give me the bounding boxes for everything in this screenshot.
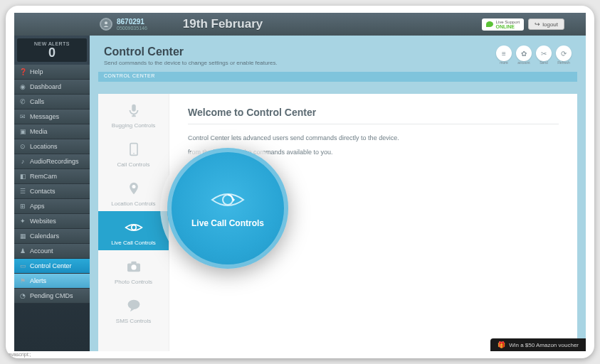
avatar[interactable] <box>100 18 112 31</box>
svg-point-0 <box>105 21 107 24</box>
subnav-label: Live Call Controls <box>101 240 166 246</box>
svg-point-5 <box>131 225 136 230</box>
sidebar-item-apps[interactable]: ⊞Apps <box>14 199 90 214</box>
subnav-label: Location Controls <box>101 200 166 207</box>
header-icon-glyph: ✂ <box>541 50 547 58</box>
sidebar-item-help[interactable]: ❓Help <box>14 65 90 80</box>
nav-icon: ✉ <box>19 113 26 120</box>
sidebar-item-contacts[interactable]: ☰Contacts <box>14 184 90 199</box>
subnav-label: SMS Controls <box>101 318 166 324</box>
live-support-status: ONLINE <box>496 24 520 29</box>
nav-icon: ⚑ <box>19 277 26 284</box>
subnav-item-photo-controls[interactable]: Photo Controls <box>98 250 169 289</box>
alerts-count: 0 <box>20 46 84 59</box>
header-icon-Send[interactable]: ✂Send <box>536 46 552 61</box>
topbar: 8670291 05009035146 19th February Live S… <box>14 13 586 36</box>
nav-label: Calls <box>30 98 44 105</box>
header-icon-label: Send <box>540 60 548 65</box>
header-icon-row: ≡more✿account✂Send⟳Refresh <box>496 46 572 61</box>
nav-icon: ♟ <box>19 247 26 255</box>
bubble-icon <box>125 296 143 315</box>
main-heading: Welcome to Control Center <box>188 107 559 118</box>
header-icon-label: account <box>517 60 530 65</box>
sidebar-item-messages[interactable]: ✉Messages <box>14 109 90 124</box>
nav-icon: ◉ <box>19 83 26 90</box>
header-icon-account[interactable]: ✿account <box>516 46 532 61</box>
logout-button[interactable]: logout <box>528 18 564 30</box>
nav-label: Apps <box>30 203 45 210</box>
sidebar-item-dashboard[interactable]: ◉Dashboard <box>14 80 90 95</box>
header-icon-Refresh[interactable]: ⟳Refresh <box>556 46 572 61</box>
sidebar-item-calendars[interactable]: ▦Calendars <box>14 229 90 244</box>
nav-icon: ⊞ <box>19 203 26 210</box>
nav-icon: ☰ <box>19 188 26 195</box>
sidebar-item-calls[interactable]: ✆Calls <box>14 95 90 109</box>
header-icon-glyph: ⟳ <box>561 50 567 58</box>
nav-label: Account <box>30 247 53 255</box>
live-support-badge[interactable]: Live Support ONLINE <box>482 18 525 31</box>
alerts-counter[interactable]: new alerts 0 <box>17 38 87 62</box>
sidebar-item-remcam[interactable]: ◧RemCam <box>14 169 90 184</box>
subnav: Bugging ControlsCall ControlsLocation Co… <box>98 94 169 351</box>
account-number: 8670291 <box>117 18 147 26</box>
nav-label: Help <box>30 68 43 75</box>
page-header: Control Center Send commands to the devi… <box>90 36 586 72</box>
nav-icon: ✦ <box>19 218 26 225</box>
nav-label: Locations <box>30 143 58 150</box>
sidebar-item-alerts[interactable]: ⚑Alerts <box>14 274 90 289</box>
sidebar-item-media[interactable]: ▣Media <box>14 124 90 139</box>
account-info: 8670291 05009035146 <box>117 18 147 31</box>
spotlight-label: Live Call Controls <box>191 218 264 228</box>
subnav-label: Call Controls <box>101 161 166 168</box>
nav-label: Websites <box>30 218 56 225</box>
nav-label: Messages <box>30 113 59 120</box>
subnav-item-live-call-controls[interactable]: Live Call Controls <box>98 211 169 250</box>
header-icon-label: more <box>500 60 507 65</box>
nav-label: Calendars <box>30 232 59 240</box>
sidebar-item-control-center[interactable]: ▭Control Center <box>14 259 90 274</box>
svg-point-9 <box>127 300 140 309</box>
sidebar-item-account[interactable]: ♟Account <box>14 244 90 259</box>
nav-icon: ❓ <box>19 68 26 75</box>
main-p1: Control Center lets advanced users send … <box>188 134 559 141</box>
camera-icon <box>125 257 143 276</box>
spotlight-bubble: Live Call Controls <box>167 148 288 269</box>
sidebar-item-pending-cmds[interactable]: ◔Pending CMDs <box>14 289 90 304</box>
nav-icon: ▦ <box>19 232 26 240</box>
promo-text: Win a $50 Amazon voucher <box>509 342 579 348</box>
nav-icon: ▭ <box>19 262 26 269</box>
subnav-label: Bugging Controls <box>101 122 166 129</box>
sidebar-item-websites[interactable]: ✦Websites <box>14 214 90 229</box>
eye-icon <box>125 218 143 237</box>
svg-point-7 <box>131 264 136 269</box>
nav-icon: ⊙ <box>19 143 26 150</box>
nav-label: Contacts <box>30 188 56 195</box>
date-display: 19th February <box>183 17 263 31</box>
nav-label: Pending CMDs <box>30 292 73 299</box>
svg-rect-1 <box>132 105 136 112</box>
phone-icon <box>125 140 143 159</box>
nav-label: AudioRecordings <box>30 158 79 165</box>
nav-label: Control Center <box>30 262 72 269</box>
pin-icon <box>125 179 143 198</box>
subnav-item-call-controls[interactable]: Call Controls <box>98 133 169 172</box>
subnav-item-sms-controls[interactable]: SMS Controls <box>98 289 169 328</box>
subnav-item-bugging-controls[interactable]: Bugging Controls <box>98 94 169 133</box>
chat-icon <box>486 21 493 27</box>
sidebar-item-locations[interactable]: ⊙Locations <box>14 139 90 154</box>
svg-rect-8 <box>131 262 136 264</box>
logout-label: logout <box>542 21 558 28</box>
subnav-item-location-controls[interactable]: Location Controls <box>98 172 169 211</box>
live-support-label: Live Support <box>496 20 520 24</box>
nav-icon: ✆ <box>19 98 26 105</box>
sidebar-item-audiorecordings[interactable]: ♪AudioRecordings <box>14 154 90 169</box>
header-icon-label: Refresh <box>557 60 570 65</box>
nav-label: Alerts <box>30 277 46 284</box>
header-icon-more[interactable]: ≡more <box>496 46 512 61</box>
content-area: Control Center Send commands to the devi… <box>90 36 586 351</box>
divider <box>188 124 559 124</box>
promo-banner[interactable]: Win a $50 Amazon voucher <box>490 338 586 351</box>
footer-note: javascript:; <box>7 352 31 357</box>
svg-point-3 <box>133 153 135 154</box>
nav-label: Dashboard <box>30 83 61 90</box>
